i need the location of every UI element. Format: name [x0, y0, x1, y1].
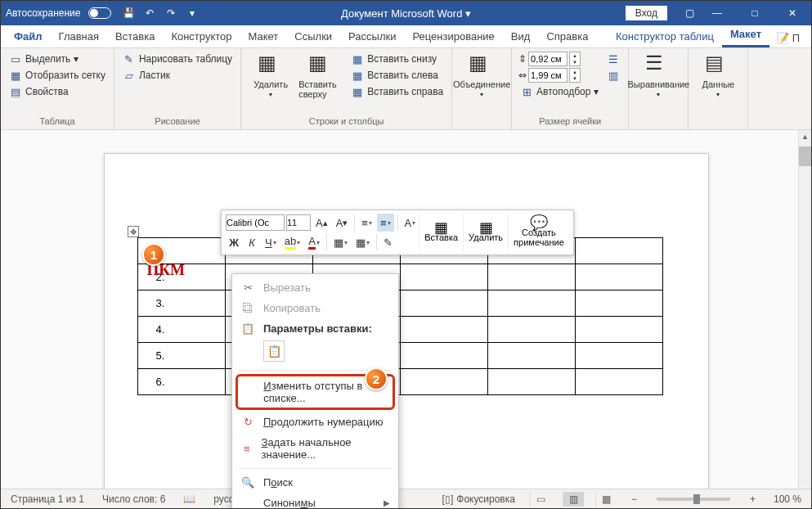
menu-paste-options-label: 📋Параметры вставки: [232, 318, 398, 339]
menu-set-numbering-value[interactable]: ≡Задать начальное значение... [232, 432, 398, 465]
zoom-out-button[interactable]: − [628, 493, 640, 505]
zoom-slider[interactable] [657, 498, 730, 501]
undo-icon[interactable]: ↶ [142, 6, 157, 20]
bold-button[interactable]: Ж [226, 233, 242, 251]
menu-continue-numbering[interactable]: ↻Продолжить нумерацию [232, 412, 398, 432]
width-icon: ⇔ [518, 70, 527, 81]
group-merge-label [459, 115, 505, 129]
login-button[interactable]: Вход [626, 6, 667, 20]
merge-button[interactable]: ▦Объединение▾ [459, 52, 505, 98]
autofit-button[interactable]: ⊞Автоподбор ▾ [518, 84, 600, 99]
save-icon[interactable]: 💾 [121, 6, 136, 20]
minimize-button[interactable]: — [698, 1, 736, 25]
group-data-label [695, 115, 741, 129]
insert-above-button[interactable]: ▦Вставить сверху [298, 52, 344, 99]
status-bar: Страница 1 из 1 Число слов: 6 📖 русский … [1, 489, 811, 508]
ribbon-options-icon[interactable]: ▢ [682, 6, 697, 20]
zoom-in-button[interactable]: + [747, 493, 759, 505]
tab-help[interactable]: Справка [538, 27, 596, 47]
data-button[interactable]: ▤Данные▾ [695, 52, 741, 98]
view-read-button[interactable]: ▭ [530, 492, 551, 507]
borders-button[interactable]: ▦ [352, 233, 373, 251]
draw-table-button[interactable]: ✎Нарисовать таблицу [121, 52, 234, 66]
document-table[interactable]: 2. 3. 4. 5. 6. [137, 237, 663, 395]
word-count[interactable]: Число слов: 6 [99, 493, 168, 505]
tab-table-layout[interactable]: Макет [722, 25, 769, 47]
view-web-button[interactable]: ▦ [595, 492, 617, 507]
tab-review[interactable]: Рецензирование [404, 27, 502, 47]
tab-layout[interactable]: Макет [240, 27, 287, 47]
menu-copy[interactable]: ⿻Копировать [232, 298, 398, 318]
col-width-input[interactable]: ⇔▲▼ [518, 68, 600, 83]
autosave-toggle[interactable] [88, 7, 111, 19]
cell-4-1[interactable]: 4. [137, 317, 225, 343]
show-grid-button[interactable]: ▦Отобразить сетку [7, 68, 107, 83]
cell-6-1[interactable]: 6. [137, 369, 225, 395]
distribute-cols-button[interactable]: ▥ [605, 68, 621, 83]
alignment-button[interactable]: ☰Выравнивание▾ [635, 52, 681, 98]
share-button[interactable]: 📝 П [769, 29, 806, 47]
ribbon: ▭Выделить ▾ ▦Отобразить сетку ▤Свойства … [1, 48, 811, 130]
mini-insert-button[interactable]: ▦Вставка [419, 213, 463, 252]
tab-view[interactable]: Вид [503, 27, 539, 47]
shading-button[interactable]: ▦ [330, 233, 351, 251]
menu-cut[interactable]: ✂Вырезать [232, 277, 398, 298]
cell-3-1[interactable]: 3. [137, 291, 225, 317]
insert-left-button[interactable]: ▦Вставить слева [349, 68, 445, 83]
eraser-icon: ▱ [123, 69, 136, 82]
menu-synonyms[interactable]: Синонимы▶ [232, 493, 398, 509]
row-height-input[interactable]: ⇕▲▼ [518, 52, 600, 66]
menu-search[interactable]: 🔍Поиск [232, 472, 398, 493]
vertical-scrollbar[interactable]: ▲ [798, 130, 811, 489]
align-icon: ☰ [645, 52, 671, 78]
insert-right-button[interactable]: ▦Вставить справа [349, 84, 445, 99]
bullets-button[interactable]: ≡ [358, 214, 375, 232]
italic-button[interactable]: К [244, 233, 260, 251]
table-delete-icon: ▦ [479, 223, 493, 232]
height-icon: ⇕ [518, 53, 527, 65]
mini-delete-button[interactable]: ▦Удалить [463, 213, 508, 252]
merge-icon: ▦ [469, 52, 495, 78]
highlight-button[interactable]: ab [281, 233, 303, 251]
numbering-button[interactable]: ≡ [377, 214, 394, 232]
distribute-rows-button[interactable]: ☰ [605, 52, 621, 66]
maximize-button[interactable]: □ [736, 1, 774, 25]
format-painter-button[interactable]: ✎ [380, 233, 397, 251]
page[interactable]: ✥ 2. 3. 4. 5. 6. ПКМ [104, 153, 709, 489]
tab-insert[interactable]: Вставка [107, 27, 163, 47]
group-align-label [635, 115, 681, 129]
tab-mailings[interactable]: Рассылки [340, 27, 404, 47]
setvalue-icon: ≡ [240, 443, 253, 455]
spellcheck-icon[interactable]: 📖 [180, 493, 199, 505]
table-move-handle[interactable]: ✥ [128, 226, 139, 237]
tab-references[interactable]: Ссылки [286, 27, 340, 47]
eraser-button[interactable]: ▱Ластик [121, 68, 234, 83]
tab-design[interactable]: Конструктор [163, 27, 240, 47]
cell-5-1[interactable]: 5. [137, 343, 225, 369]
shrink-font-button[interactable]: A▾ [333, 214, 352, 232]
font-color-button[interactable]: A [305, 233, 323, 251]
page-indicator[interactable]: Страница 1 из 1 [7, 493, 87, 505]
font-name-input[interactable] [226, 214, 285, 231]
insert-below-button[interactable]: ▦Вставить снизу [349, 52, 445, 66]
underline-button[interactable]: Ч [262, 233, 280, 251]
document-area: ✥ 2. 3. 4. 5. 6. ПКМ [1, 130, 811, 489]
close-button[interactable]: ✕ [774, 1, 811, 25]
paste-keep-formatting[interactable]: 📋 [263, 340, 285, 362]
tab-home[interactable]: Главная [51, 27, 107, 47]
mini-comment-button[interactable]: 💬Создатьпримечание [508, 213, 569, 252]
properties-button[interactable]: ▤Свойства [7, 84, 107, 99]
tab-table-design[interactable]: Конструктор таблиц [608, 27, 722, 47]
select-button[interactable]: ▭Выделить ▾ [7, 52, 107, 66]
view-print-button[interactable]: ▥ [563, 492, 584, 507]
font-size-input[interactable] [286, 214, 311, 231]
window-title: Документ Microsoft Word ▾ [341, 7, 471, 20]
grow-font-button[interactable]: A▴ [312, 214, 331, 232]
delete-button[interactable]: ▦Удалить▾ [248, 52, 294, 98]
zoom-level[interactable]: 100 % [770, 493, 805, 505]
qat-dropdown-icon[interactable]: ▾ [185, 6, 200, 20]
redo-icon[interactable]: ↷ [164, 6, 178, 20]
tab-file[interactable]: Файл [6, 27, 51, 47]
focus-mode-button[interactable]: [▯] Фокусировка [439, 493, 518, 505]
styles-button[interactable]: A [402, 214, 419, 232]
